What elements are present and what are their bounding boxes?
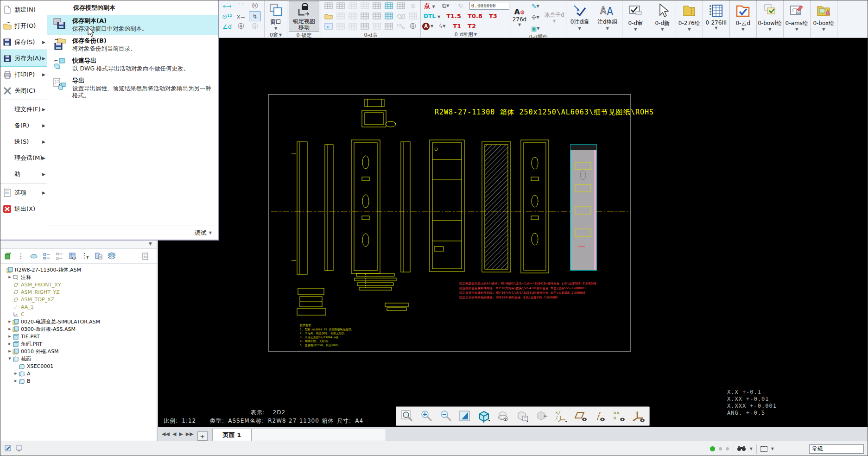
- tree-expand-icon[interactable]: ▶: [7, 342, 12, 346]
- drawing-view-panel3[interactable]: [351, 140, 380, 288]
- tree-item-角码.PRT[interactable]: ▶角码.PRT: [0, 340, 157, 348]
- repaint-icon[interactable]: [456, 408, 475, 424]
- drawing-view-panel1[interactable]: [291, 142, 307, 274]
- angle-icon[interactable]: [347, 21, 359, 32]
- sheet-tab-page1[interactable]: 页面 1: [212, 429, 252, 441]
- tree-item-B[interactable]: ▶B: [0, 377, 157, 385]
- tree-expand-icon[interactable]: ▶: [13, 372, 18, 375]
- selection-filter-field[interactable]: 常规: [809, 444, 864, 454]
- annot-edit-button[interactable]: 0注d编 ▼: [568, 1, 591, 32]
- flyout-item-快速导出[interactable]: 快速导出以 DWG 格式导出活动对象而不做任何更改。: [47, 55, 218, 75]
- export-step-icon[interactable]: [335, 21, 347, 32]
- table-merge-icon[interactable]: [383, 1, 395, 11]
- zoom-fit-icon[interactable]: [398, 408, 417, 424]
- t2-button[interactable]: T2: [466, 23, 478, 30]
- table-2col-icon[interactable]: [383, 11, 395, 21]
- ribbon-button-0-276III[interactable]: 0-276III▼: [703, 0, 730, 38]
- file-menu-item-新建N[interactable]: 新建(N): [0, 1, 47, 18]
- lock-view-move-button[interactable]: 锁定视图移动: [289, 1, 319, 32]
- r-balloon-icon[interactable]: Ⓡ: [249, 21, 261, 32]
- tree-item-0020-电源盒总-SIMULATOR.ASM[interactable]: ▶0020-电源盒总-SIMULATOR.ASM: [0, 318, 157, 325]
- text-style-icon[interactable]: A⚙: [514, 7, 525, 16]
- ice-box-button[interactable]: 冰盒子d: [544, 11, 564, 19]
- r-circle-icon[interactable]: Ⓡ: [407, 21, 419, 32]
- first-sheet-icon[interactable]: ◀◀: [162, 431, 170, 437]
- tree-expand-icon[interactable]: ▼: [7, 357, 12, 361]
- hands-icon[interactable]: ✣▼: [529, 12, 541, 22]
- tree-item-截面[interactable]: ▼截面: [0, 355, 157, 362]
- h-dim-icon[interactable]: Ⓗ: [249, 1, 261, 11]
- point-display-icon[interactable]: ×××: [610, 408, 628, 424]
- plugin-276d-button[interactable]: 276d: [513, 16, 527, 23]
- table-u-icon[interactable]: u: [323, 21, 335, 32]
- tree-item-ASM_RIGHT_YZ[interactable]: ASM_RIGHT_YZ: [0, 288, 157, 296]
- folder-small-icon[interactable]: [323, 11, 335, 21]
- file-menu-item-理会话M[interactable]: 理会话(M)▶: [0, 150, 47, 166]
- tree-item-ASM_FRONT_XY[interactable]: ASM_FRONT_XY: [0, 281, 157, 288]
- file-menu-item-退出X[interactable]: 退出(X): [0, 201, 47, 217]
- ribbon-button-0-276绘[interactable]: 0-276绘▼: [676, 0, 703, 38]
- filter-icon[interactable]: [80, 251, 91, 262]
- table-arrows-icon[interactable]: [371, 11, 383, 21]
- table-save-icon[interactable]: [335, 11, 347, 21]
- binoculars-icon[interactable]: [737, 444, 746, 454]
- point-button[interactable]: 点 ▼: [422, 2, 437, 10]
- axis-display-icon[interactable]: [590, 408, 609, 424]
- saved-views-icon[interactable]: [494, 408, 513, 424]
- drawing-view-panel2[interactable]: [325, 145, 333, 271]
- table-pattern-icon[interactable]: [347, 1, 359, 11]
- tree-item-ASM_TOP_XZ[interactable]: ASM_TOP_XZ: [0, 296, 157, 303]
- tree-item-R2W8-27-11300-箱体.ASM[interactable]: R2W8-27-11300-箱体.ASM: [0, 266, 157, 273]
- drawing-detail-left[interactable]: [297, 288, 326, 315]
- drawing-view-panel5[interactable]: [401, 142, 410, 272]
- table-eye-icon[interactable]: [67, 251, 78, 262]
- refresh-icon[interactable]: ↻: [455, 1, 467, 11]
- file-menu-item-备R[interactable]: 备(R)▶: [0, 117, 47, 133]
- tree-item-0300-后封板-ASS.ASM[interactable]: ▶0300-后封板-ASS.ASM: [0, 325, 157, 333]
- dtl-button[interactable]: DTL ▼: [422, 13, 442, 19]
- drawing-detail-stack[interactable]: [355, 273, 396, 290]
- copy-stack-icon[interactable]: ⧉▼: [440, 1, 452, 11]
- file-menu-item-理文件F[interactable]: 理文件(F)▶: [0, 101, 47, 117]
- drawing-view-panel6[interactable]: [430, 140, 464, 272]
- tree-detail-icon[interactable]: [54, 251, 65, 262]
- chevron-down-icon[interactable]: ▼: [209, 231, 212, 235]
- zoom-in-icon[interactable]: [418, 408, 436, 424]
- ribbon-button-0-ams绘[interactable]: 0-ams绘▼: [784, 0, 811, 38]
- table-rotate-icon[interactable]: [395, 1, 407, 11]
- tree-columns-icon[interactable]: [41, 251, 52, 262]
- table-move-icon[interactable]: [371, 1, 383, 11]
- tree-item-C[interactable]: C: [0, 310, 157, 318]
- debug-button[interactable]: 调试: [195, 229, 207, 237]
- flyout-item-保存备份B[interactable]: 保存备份(B)将对象备份到当前目录。: [47, 35, 218, 55]
- datum-display-icon[interactable]: ×//: [552, 408, 570, 424]
- folder-export-icon[interactable]: ▣▼: [529, 23, 541, 33]
- tree-expand-icon[interactable]: ▶: [7, 275, 12, 279]
- tree-expand-icon[interactable]: ▶: [7, 327, 12, 331]
- window-button[interactable]: 窗口 ▼: [266, 1, 285, 32]
- flyout-item-保存副本A[interactable]: 保存副本(A)保存活动窗口中对象的副本。: [47, 15, 218, 35]
- prev-sheet-icon[interactable]: ◀: [172, 431, 176, 437]
- table-icon[interactable]: [335, 1, 347, 11]
- table-grid-icon[interactable]: [359, 11, 371, 21]
- eraser-icon[interactable]: ⌫: [395, 11, 407, 21]
- file-menu-item-另存为A[interactable]: 另存为(A)▶: [0, 50, 47, 66]
- file-menu-item-打印P[interactable]: 打印(P)▶: [0, 66, 47, 82]
- settings-doc-icon[interactable]: [140, 251, 151, 262]
- ribbon-button-0-box绘[interactable]: 0-box绘▼: [811, 0, 837, 38]
- tree-item-A[interactable]: ▶A: [0, 370, 157, 377]
- tree-item-AA_1[interactable]: AA_1: [0, 303, 157, 310]
- drawing-detail-mid[interactable]: [385, 303, 408, 310]
- tree-expand-icon[interactable]: ▶: [7, 335, 12, 338]
- add-sheet-button[interactable]: +: [197, 431, 208, 441]
- select-box-icon[interactable]: [760, 446, 767, 452]
- next-sheet-icon[interactable]: ▶: [179, 431, 183, 437]
- layers-stack-icon[interactable]: [106, 251, 117, 262]
- angle-dim-icon[interactable]: ∠d: [221, 21, 233, 32]
- tree-item-0010-外框.ASM[interactable]: ▶0010-外框.ASM: [0, 348, 157, 355]
- ord-dim-icon[interactable]: ⊙¹²: [221, 11, 233, 21]
- ribbon-button-0-云d[interactable]: 0-云d▼: [730, 0, 757, 38]
- tree-expand-icon[interactable]: ▶: [13, 379, 18, 383]
- annot-format-button[interactable]: AA 注d格组 ▼: [595, 1, 621, 32]
- tree-item-TIE.PRT[interactable]: ▶TIE.PRT: [0, 333, 157, 340]
